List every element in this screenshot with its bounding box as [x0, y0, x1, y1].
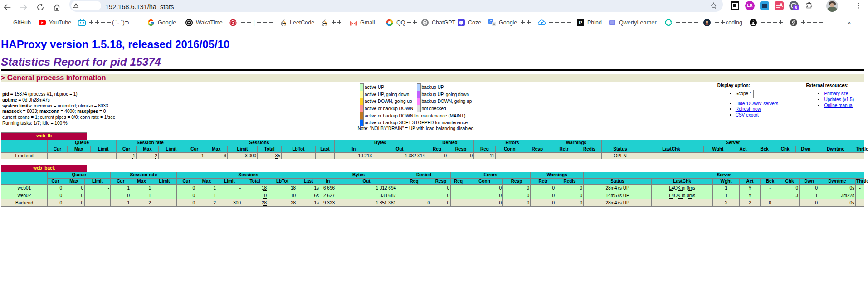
svg-text:G: G — [489, 19, 493, 24]
svg-text:P: P — [579, 20, 582, 25]
svg-text:A: A — [493, 22, 496, 26]
